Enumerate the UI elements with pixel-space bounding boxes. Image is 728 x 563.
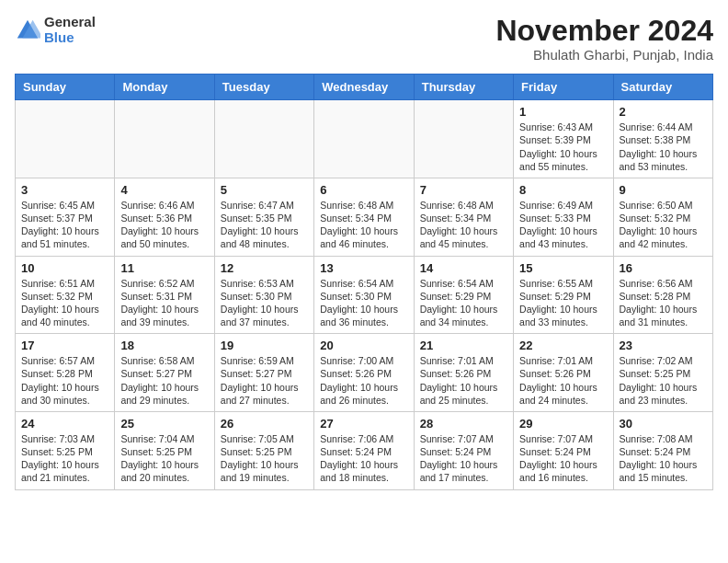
day-number: 12 (221, 261, 308, 275)
day-number: 14 (420, 261, 507, 275)
calendar-cell: 6Sunrise: 6:48 AMSunset: 5:34 PMDaylight… (314, 178, 414, 256)
day-number: 1 (519, 105, 607, 119)
calendar-cell: 11Sunrise: 6:52 AMSunset: 5:31 PMDayligh… (115, 256, 214, 334)
calendar-cell: 1Sunrise: 6:43 AMSunset: 5:39 PMDaylight… (514, 100, 613, 178)
day-info: Sunrise: 6:58 AMSunset: 5:27 PMDaylight:… (120, 354, 208, 407)
calendar-cell: 12Sunrise: 6:53 AMSunset: 5:30 PMDayligh… (214, 256, 313, 334)
day-number: 23 (620, 339, 707, 352)
calendar-cell (414, 100, 513, 178)
day-info: Sunrise: 7:01 AMSunset: 5:26 PMDaylight:… (519, 354, 607, 407)
calendar-cell (115, 100, 214, 178)
day-number: 13 (320, 261, 407, 275)
day-number: 3 (21, 183, 108, 197)
calendar-table: SundayMondayTuesdayWednesdayThursdayFrid… (15, 74, 713, 489)
month-title: November 2024 (495, 15, 713, 47)
day-info: Sunrise: 6:51 AMSunset: 5:32 PMDaylight:… (21, 277, 108, 329)
calendar-cell: 8Sunrise: 6:49 AMSunset: 5:33 PMDaylight… (514, 178, 613, 256)
calendar-cell: 27Sunrise: 7:06 AMSunset: 5:24 PMDayligh… (314, 411, 414, 489)
calendar-cell: 20Sunrise: 7:00 AMSunset: 5:26 PMDayligh… (314, 334, 414, 412)
day-info: Sunrise: 6:43 AMSunset: 5:39 PMDaylight:… (519, 121, 607, 173)
day-info: Sunrise: 7:04 AMSunset: 5:25 PMDaylight:… (120, 432, 208, 485)
day-info: Sunrise: 6:49 AMSunset: 5:33 PMDaylight:… (519, 199, 607, 251)
title-block: November 2024 Bhulath Gharbi, Punjab, In… (495, 15, 713, 63)
day-info: Sunrise: 7:07 AMSunset: 5:24 PMDaylight:… (420, 432, 507, 485)
page-header: General Blue November 2024 Bhulath Gharb… (15, 15, 713, 63)
day-number: 27 (320, 417, 407, 431)
day-number: 16 (620, 261, 707, 275)
logo-blue-text: Blue (44, 30, 96, 46)
calendar-cell: 29Sunrise: 7:07 AMSunset: 5:24 PMDayligh… (514, 411, 613, 489)
calendar-cell: 15Sunrise: 6:55 AMSunset: 5:29 PMDayligh… (514, 256, 613, 334)
day-number: 29 (519, 417, 607, 431)
day-number: 6 (320, 183, 407, 197)
day-number: 17 (21, 339, 108, 352)
day-number: 28 (420, 417, 507, 431)
calendar-cell: 10Sunrise: 6:51 AMSunset: 5:32 PMDayligh… (16, 256, 115, 334)
calendar-week-row: 17Sunrise: 6:57 AMSunset: 5:28 PMDayligh… (16, 334, 713, 412)
calendar-cell: 28Sunrise: 7:07 AMSunset: 5:24 PMDayligh… (414, 411, 513, 489)
day-info: Sunrise: 6:54 AMSunset: 5:29 PMDaylight:… (420, 277, 507, 329)
day-number: 15 (519, 261, 607, 275)
day-number: 25 (120, 417, 208, 431)
logo-text: General Blue (44, 15, 96, 45)
day-info: Sunrise: 7:01 AMSunset: 5:26 PMDaylight:… (420, 354, 507, 407)
calendar-cell (214, 100, 313, 178)
day-number: 7 (420, 183, 507, 197)
day-of-week-header: Monday (115, 75, 214, 100)
day-number: 5 (221, 183, 308, 197)
calendar-week-row: 10Sunrise: 6:51 AMSunset: 5:32 PMDayligh… (16, 256, 713, 334)
calendar-cell (314, 100, 414, 178)
logo: General Blue (15, 15, 96, 45)
day-of-week-header: Wednesday (314, 75, 414, 100)
logo-general-text: General (44, 15, 96, 30)
calendar-cell: 2Sunrise: 6:44 AMSunset: 5:38 PMDaylight… (613, 100, 712, 178)
day-info: Sunrise: 7:00 AMSunset: 5:26 PMDaylight:… (320, 354, 407, 407)
day-info: Sunrise: 6:59 AMSunset: 5:27 PMDaylight:… (221, 354, 308, 407)
day-info: Sunrise: 6:48 AMSunset: 5:34 PMDaylight:… (320, 199, 407, 251)
calendar-cell: 18Sunrise: 6:58 AMSunset: 5:27 PMDayligh… (115, 334, 214, 412)
day-number: 18 (120, 339, 208, 352)
calendar-cell: 3Sunrise: 6:45 AMSunset: 5:37 PMDaylight… (16, 178, 115, 256)
calendar-week-row: 24Sunrise: 7:03 AMSunset: 5:25 PMDayligh… (16, 411, 713, 489)
day-info: Sunrise: 6:56 AMSunset: 5:28 PMDaylight:… (620, 277, 707, 329)
day-number: 20 (320, 339, 407, 352)
day-number: 24 (21, 417, 108, 431)
day-info: Sunrise: 6:45 AMSunset: 5:37 PMDaylight:… (21, 199, 108, 251)
logo-icon (15, 17, 40, 43)
day-of-week-header: Sunday (16, 75, 115, 100)
calendar-cell: 9Sunrise: 6:50 AMSunset: 5:32 PMDaylight… (613, 178, 712, 256)
day-of-week-header: Saturday (613, 75, 712, 100)
calendar-cell: 26Sunrise: 7:05 AMSunset: 5:25 PMDayligh… (214, 411, 313, 489)
day-info: Sunrise: 7:07 AMSunset: 5:24 PMDaylight:… (519, 432, 607, 485)
calendar-cell: 21Sunrise: 7:01 AMSunset: 5:26 PMDayligh… (414, 334, 513, 412)
day-info: Sunrise: 7:05 AMSunset: 5:25 PMDaylight:… (221, 432, 308, 485)
day-number: 21 (420, 339, 507, 352)
calendar-cell: 30Sunrise: 7:08 AMSunset: 5:24 PMDayligh… (613, 411, 712, 489)
day-info: Sunrise: 6:55 AMSunset: 5:29 PMDaylight:… (519, 277, 607, 329)
calendar-cell: 23Sunrise: 7:02 AMSunset: 5:25 PMDayligh… (613, 334, 712, 412)
day-info: Sunrise: 6:54 AMSunset: 5:30 PMDaylight:… (320, 277, 407, 329)
day-number: 10 (21, 261, 108, 275)
day-number: 11 (120, 261, 208, 275)
day-of-week-header: Thursday (414, 75, 513, 100)
calendar-week-row: 3Sunrise: 6:45 AMSunset: 5:37 PMDaylight… (16, 178, 713, 256)
calendar-header-row: SundayMondayTuesdayWednesdayThursdayFrid… (16, 75, 713, 100)
day-info: Sunrise: 6:53 AMSunset: 5:30 PMDaylight:… (221, 277, 308, 329)
calendar-cell: 13Sunrise: 6:54 AMSunset: 5:30 PMDayligh… (314, 256, 414, 334)
calendar-cell: 5Sunrise: 6:47 AMSunset: 5:35 PMDaylight… (214, 178, 313, 256)
day-number: 22 (519, 339, 607, 352)
calendar-cell (16, 100, 115, 178)
calendar-cell: 16Sunrise: 6:56 AMSunset: 5:28 PMDayligh… (613, 256, 712, 334)
day-number: 19 (221, 339, 308, 352)
day-number: 26 (221, 417, 308, 431)
day-info: Sunrise: 6:46 AMSunset: 5:36 PMDaylight:… (120, 199, 208, 251)
calendar-cell: 25Sunrise: 7:04 AMSunset: 5:25 PMDayligh… (115, 411, 214, 489)
day-info: Sunrise: 6:52 AMSunset: 5:31 PMDaylight:… (120, 277, 208, 329)
calendar-cell: 17Sunrise: 6:57 AMSunset: 5:28 PMDayligh… (16, 334, 115, 412)
calendar-week-row: 1Sunrise: 6:43 AMSunset: 5:39 PMDaylight… (16, 100, 713, 178)
day-info: Sunrise: 6:47 AMSunset: 5:35 PMDaylight:… (221, 199, 308, 251)
calendar-cell: 14Sunrise: 6:54 AMSunset: 5:29 PMDayligh… (414, 256, 513, 334)
day-info: Sunrise: 7:08 AMSunset: 5:24 PMDaylight:… (620, 432, 707, 485)
calendar-cell: 7Sunrise: 6:48 AMSunset: 5:34 PMDaylight… (414, 178, 513, 256)
day-of-week-header: Tuesday (214, 75, 313, 100)
